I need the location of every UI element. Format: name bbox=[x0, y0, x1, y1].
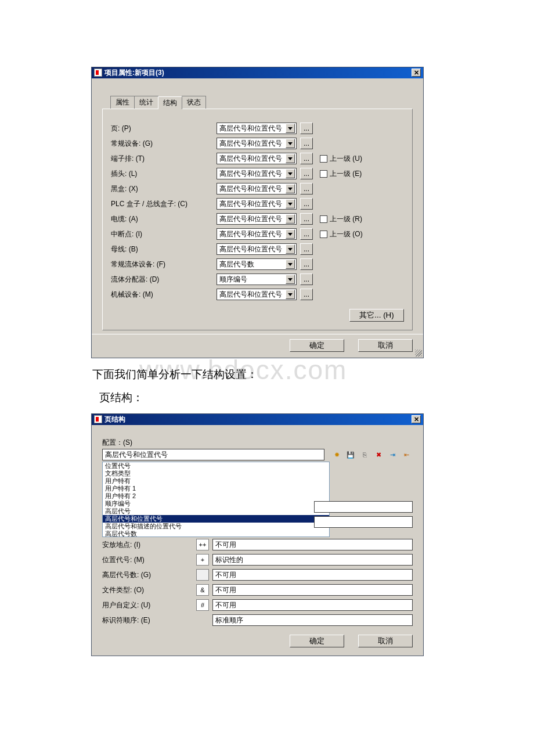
browse-button[interactable]: ... bbox=[300, 228, 313, 240]
field-value: 不可用 bbox=[215, 600, 411, 610]
tab-state[interactable]: 状态 bbox=[182, 96, 206, 109]
list-item[interactable]: 高层代号和描述的位置代号 bbox=[103, 523, 329, 530]
field-select[interactable]: 不可用 bbox=[212, 584, 413, 596]
chevron-down-icon[interactable] bbox=[286, 124, 295, 133]
field-label: 安放地点: (I) bbox=[102, 540, 193, 550]
value-select[interactable]: 高层代号和位置代号 bbox=[217, 123, 297, 134]
chevron-down-icon[interactable] bbox=[286, 229, 295, 239]
checkbox-icon[interactable] bbox=[320, 170, 327, 178]
up-level-checkbox[interactable]: 上一级 (R) bbox=[320, 214, 362, 224]
delete-icon[interactable]: ✖ bbox=[372, 449, 385, 460]
value-select[interactable]: 高层代号和位置代号 bbox=[217, 213, 297, 225]
browse-button[interactable]: ... bbox=[300, 138, 313, 149]
browse-button[interactable]: ... bbox=[300, 168, 313, 179]
value-select[interactable]: 高层代号和位置代号 bbox=[217, 153, 297, 164]
import-icon[interactable]: ⇥ bbox=[386, 449, 399, 460]
cancel-button[interactable]: 取消 bbox=[358, 339, 413, 352]
copy-icon[interactable]: ⎘ bbox=[358, 449, 371, 460]
overlay-field-2[interactable] bbox=[314, 516, 413, 528]
structure-row: PLC 盒子 / 总线盒子: (C)高层代号和位置代号... bbox=[111, 196, 404, 211]
structure-row: 常规设备: (G)高层代号和位置代号... bbox=[111, 136, 404, 151]
list-item[interactable]: 高层代号 bbox=[103, 507, 329, 515]
chevron-down-icon[interactable] bbox=[286, 139, 295, 148]
browse-button[interactable]: ... bbox=[300, 183, 313, 195]
list-item[interactable]: 用户特有 2 bbox=[103, 492, 329, 500]
tab-structure[interactable]: 结构 bbox=[158, 96, 182, 109]
close-icon[interactable]: ✕ bbox=[412, 69, 421, 77]
list-item[interactable]: 高层代号和位置代号 bbox=[103, 515, 329, 523]
list-item[interactable]: 高层代号数 bbox=[103, 530, 329, 537]
symbol-box: & bbox=[196, 584, 209, 596]
field-select[interactable]: 不可用 bbox=[212, 569, 413, 581]
row-label: 常规流体设备: (F) bbox=[111, 260, 213, 269]
checkbox-icon[interactable] bbox=[320, 215, 327, 223]
browse-button[interactable]: ... bbox=[300, 243, 313, 255]
body-text-2: 页结构： bbox=[99, 390, 534, 405]
browse-button[interactable]: ... bbox=[300, 123, 313, 134]
ok-button[interactable]: 确定 bbox=[290, 635, 344, 647]
browse-button[interactable]: ... bbox=[300, 213, 313, 225]
field-value: 标准顺序 bbox=[215, 615, 411, 625]
overlay-field-1[interactable] bbox=[314, 501, 413, 513]
field-label: 位置代号: (M) bbox=[102, 555, 193, 565]
save-icon[interactable]: 💾 bbox=[344, 449, 357, 460]
list-item[interactable]: 文档类型 bbox=[103, 470, 329, 477]
chevron-down-icon[interactable] bbox=[286, 244, 295, 254]
close-icon[interactable]: ✕ bbox=[412, 415, 421, 423]
field-value: 标识性的 bbox=[215, 555, 411, 565]
browse-button[interactable]: ... bbox=[300, 289, 313, 300]
checkbox-icon[interactable] bbox=[320, 155, 327, 163]
field-value: 不可用 bbox=[215, 585, 411, 595]
chevron-down-icon[interactable] bbox=[286, 290, 295, 299]
list-item[interactable]: 位置代号 bbox=[103, 462, 329, 470]
value-select[interactable]: 高层代号和位置代号 bbox=[217, 138, 297, 149]
list-item[interactable]: 用户特有 1 bbox=[103, 485, 329, 492]
browse-button[interactable]: ... bbox=[300, 258, 313, 270]
chevron-down-icon[interactable] bbox=[286, 199, 295, 208]
value-select[interactable]: 高层代号和位置代号 bbox=[217, 289, 297, 300]
list-item[interactable]: 用户特有 bbox=[103, 477, 329, 485]
field-row: 文件类型: (O)&不可用 bbox=[102, 582, 413, 597]
row-label: 母线: (B) bbox=[111, 244, 213, 254]
other-button[interactable]: 其它... (H) bbox=[349, 309, 404, 322]
row-label: 端子排: (T) bbox=[111, 154, 213, 164]
select-value: 高层代号和位置代号 bbox=[219, 139, 286, 149]
value-select[interactable]: 高层代号和位置代号 bbox=[217, 228, 297, 240]
field-row: 位置代号: (M)+标识性的 bbox=[102, 552, 413, 567]
config-listbox[interactable]: 位置代号文档类型用户特有用户特有 1用户特有 2顺序编号高层代号高层代号和位置代… bbox=[102, 462, 330, 537]
browse-button[interactable]: ... bbox=[300, 153, 313, 164]
checkbox-icon[interactable] bbox=[320, 231, 327, 238]
chevron-down-icon[interactable] bbox=[286, 169, 295, 178]
chevron-down-icon[interactable] bbox=[286, 275, 295, 284]
value-select[interactable]: 高层代号和位置代号 bbox=[217, 183, 297, 195]
new-icon[interactable]: ✸ bbox=[330, 449, 343, 460]
value-select[interactable]: 顺序编号 bbox=[217, 273, 297, 285]
resize-grip[interactable] bbox=[415, 350, 422, 357]
chevron-down-icon[interactable] bbox=[286, 154, 295, 163]
browse-button[interactable]: ... bbox=[300, 198, 313, 210]
field-select[interactable]: 不可用 bbox=[212, 539, 413, 550]
field-select[interactable]: 标识性的 bbox=[212, 554, 413, 566]
tab-strip: 属性 统计 结构 状态 bbox=[110, 96, 413, 109]
value-select[interactable]: 高层代号和位置代号 bbox=[217, 243, 297, 255]
tab-statistics[interactable]: 统计 bbox=[134, 96, 158, 109]
up-level-checkbox[interactable]: 上一级 (O) bbox=[320, 229, 363, 239]
cancel-button[interactable]: 取消 bbox=[358, 635, 413, 647]
up-level-checkbox[interactable]: 上一级 (E) bbox=[320, 169, 362, 179]
browse-button[interactable]: ... bbox=[300, 273, 313, 285]
field-select[interactable]: 不可用 bbox=[212, 599, 413, 611]
value-select[interactable]: 高层代号和位置代号 bbox=[217, 168, 297, 179]
chevron-down-icon[interactable] bbox=[286, 184, 295, 193]
up-level-checkbox[interactable]: 上一级 (U) bbox=[320, 154, 362, 164]
value-select[interactable]: 高层代号和位置代号 bbox=[217, 198, 297, 210]
select-value: 高层代号和位置代号 bbox=[219, 229, 286, 239]
chevron-down-icon[interactable] bbox=[286, 260, 295, 269]
ok-button[interactable]: 确定 bbox=[290, 339, 344, 352]
export-icon[interactable]: ⇤ bbox=[400, 449, 413, 460]
field-select[interactable]: 标准顺序 bbox=[212, 614, 413, 626]
config-select[interactable]: 高层代号和位置代号 bbox=[102, 449, 324, 460]
tab-attributes[interactable]: 属性 bbox=[110, 96, 135, 109]
chevron-down-icon[interactable] bbox=[286, 214, 295, 224]
value-select[interactable]: 高层代号数 bbox=[217, 258, 297, 270]
list-item[interactable]: 顺序编号 bbox=[103, 500, 329, 507]
